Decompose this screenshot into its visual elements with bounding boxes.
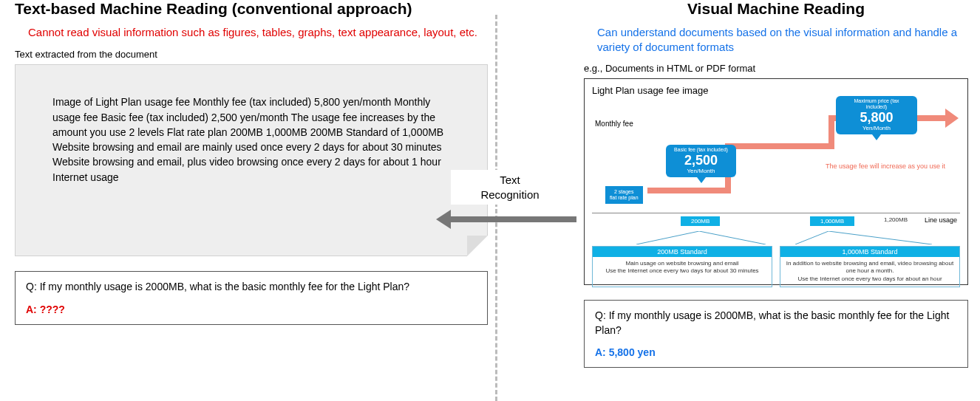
chart-step-line — [725, 143, 828, 149]
standard-200mb-line2: Use the Internet once every two days for… — [597, 267, 767, 275]
left-caption: Text extracted from the document — [15, 49, 488, 60]
standard-200mb-line1: Main usage on website browsing and email — [597, 260, 767, 268]
stage-line1: 2 stages — [610, 189, 639, 195]
x-tick-1200mb: 1,200MB — [884, 216, 908, 223]
standard-200mb-head: 200MB Standard — [593, 247, 772, 257]
connector-lines — [592, 231, 960, 244]
doc-title: Light Plan usage fee image — [592, 85, 960, 96]
right-subtitle: Can understand documents based on the vi… — [584, 25, 968, 55]
answer-right: A: 5,800 yen — [595, 345, 957, 360]
center-divider — [495, 15, 497, 401]
left-title: Text-based Machine Reading (conventional… — [15, 0, 488, 18]
question-right: Q: If my monthly usage is 2000MB, what i… — [595, 308, 957, 338]
x-tag-200mb: 200MB — [681, 216, 720, 226]
basic-fee-value: 2,500 — [673, 153, 729, 168]
basic-fee-unit: Yen/Month — [673, 168, 729, 174]
document-frame: Light Plan usage fee image Monthly fee B… — [584, 78, 968, 285]
trend-note: The usage fee will increase as you use i… — [826, 162, 945, 170]
chart-arrow-icon — [945, 109, 959, 128]
right-caption: e.g., Documents in HTML or PDF format — [584, 63, 968, 74]
stage-box: 2 stages flat rate plan — [605, 186, 643, 205]
basic-fee-bubble: Basic fee (tax included) 2,500 Yen/Month — [666, 145, 736, 178]
standards-row: 200MB Standard Main usage on website bro… — [592, 246, 960, 287]
stage-line2: flat rate plan — [610, 195, 639, 201]
svg-line-2 — [795, 231, 828, 244]
svg-line-0 — [636, 231, 699, 244]
left-subtitle: Cannot read visual information such as f… — [15, 25, 488, 40]
x-tag-1000mb: 1,000MB — [810, 216, 854, 226]
answer-left: A: ???? — [26, 302, 477, 317]
standard-1000mb-head: 1,000MB Standard — [780, 247, 959, 257]
right-title: Visual Machine Reading — [584, 0, 968, 18]
chart-step-line — [647, 188, 725, 193]
extracted-text-box: Image of Light Plan usage fee Monthly fe… — [15, 64, 488, 256]
standard-1000mb-line1: In addition to website browsing and emai… — [785, 260, 955, 276]
svg-line-3 — [828, 231, 932, 244]
svg-line-1 — [699, 231, 766, 244]
question-left: Q: If my monthly usage is 2000MB, what i… — [26, 279, 477, 294]
standard-1000mb-line2: Use the Internet once every two days for… — [785, 275, 955, 284]
visual-reading-panel: Visual Machine Reading Can understand do… — [584, 0, 968, 368]
text-based-panel: Text-based Machine Reading (conventional… — [15, 0, 488, 325]
max-fee-bubble: Maximum price (tax included) 5,800 Yen/M… — [836, 96, 917, 135]
chart-area: Monthly fee Basic fee (tax included) 2,5… — [592, 99, 960, 213]
arrow-left-icon — [436, 214, 576, 225]
arrow-label: Text Recognition — [451, 170, 569, 205]
x-axis: 200MB 1,000MB 1,200MB Line usage — [592, 213, 960, 231]
qa-box-right: Q: If my monthly usage is 2000MB, what i… — [584, 300, 968, 369]
standard-200mb: 200MB Standard Main usage on website bro… — [592, 246, 772, 287]
qa-box-left: Q: If my monthly usage is 2000MB, what i… — [15, 271, 488, 325]
max-fee-unit: Yen/Month — [843, 125, 910, 131]
extracted-text: Image of Light Plan usage fee Monthly fe… — [52, 95, 450, 185]
y-axis-label: Monthly fee — [595, 120, 633, 128]
max-fee-label: Maximum price (tax included) — [843, 98, 910, 110]
standard-1000mb: 1,000MB Standard In addition to website … — [780, 246, 960, 287]
page-fold-icon — [467, 236, 488, 256]
basic-fee-label: Basic fee (tax included) — [673, 147, 729, 153]
max-fee-value: 5,800 — [843, 110, 910, 126]
x-axis-label: Line usage — [925, 216, 957, 224]
